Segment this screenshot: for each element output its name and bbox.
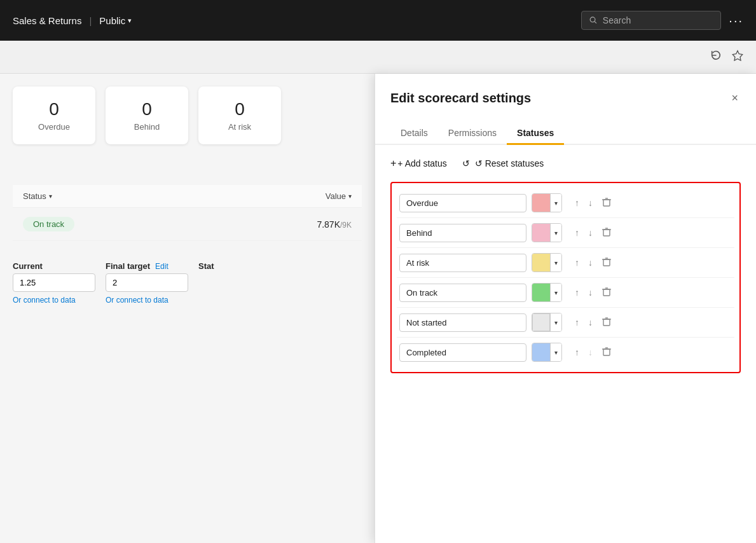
svg-rect-12	[603, 289, 610, 296]
topbar-title: Sales & Returns	[13, 15, 81, 26]
row-actions-behind: ↑ ↓	[572, 226, 614, 240]
status-name-not-started[interactable]	[399, 313, 526, 332]
tab-statuses[interactable]: Statuses	[507, 123, 564, 145]
move-down-button-on-track[interactable]: ↓	[586, 286, 595, 299]
status-col-label: Stat	[198, 261, 214, 271]
svg-rect-15	[603, 319, 610, 326]
plus-icon: +	[390, 158, 396, 169]
col-value-header[interactable]: Value ▾	[326, 191, 352, 201]
chevron-down-icon: ▾	[49, 193, 52, 200]
status-name-on-track[interactable]	[399, 284, 526, 302]
tab-details[interactable]: Details	[390, 123, 438, 145]
move-up-button-not-started[interactable]: ↑	[572, 316, 582, 329]
trash-icon	[601, 317, 612, 327]
color-swatch-completed	[532, 343, 550, 361]
status-name-overdue[interactable]	[399, 194, 526, 212]
search-box[interactable]	[581, 11, 721, 30]
status-row-behind: ▾ ↑ ↓	[397, 218, 734, 248]
at-risk-label: At risk	[217, 122, 262, 132]
chevron-down-icon: ▾	[348, 193, 352, 200]
summary-card-behind: 0 Behind	[106, 86, 188, 144]
trash-icon	[601, 197, 612, 207]
favorite-button[interactable]	[732, 50, 743, 64]
reset-icon: ↺	[462, 158, 470, 168]
refresh-icon	[710, 50, 722, 61]
reset-statuses-button[interactable]: ↺ ↺ Reset statuses	[462, 158, 544, 168]
trash-icon	[601, 227, 612, 237]
row-actions-at-risk: ↑ ↓	[572, 256, 614, 270]
chevron-down-icon: ▾	[550, 313, 561, 331]
toolbar2	[0, 41, 756, 74]
summary-card-at-risk: 0 At risk	[198, 86, 281, 144]
move-up-button-behind[interactable]: ↑	[572, 226, 582, 239]
status-name-behind[interactable]	[399, 224, 526, 242]
color-picker-on-track[interactable]: ▾	[532, 283, 562, 302]
row-actions-overdue: ↑ ↓	[572, 196, 614, 210]
final-target-input[interactable]	[106, 273, 188, 292]
overdue-count: 0	[32, 99, 76, 120]
status-name-at-risk[interactable]	[399, 254, 526, 272]
topbar-divider: |	[89, 15, 92, 26]
move-up-button-on-track[interactable]: ↑	[572, 286, 582, 299]
color-picker-at-risk[interactable]: ▾	[532, 253, 562, 272]
chevron-down-icon: ▾	[550, 224, 561, 242]
summary-card-overdue: 0 Overdue	[13, 86, 95, 144]
move-down-button-not-started[interactable]: ↓	[586, 316, 595, 329]
chevron-down-icon: ▾	[550, 343, 561, 361]
status-name-completed[interactable]	[399, 343, 526, 362]
chevron-down-icon: ▾	[128, 17, 132, 25]
color-picker-not-started[interactable]: ▾	[532, 313, 562, 332]
color-picker-behind[interactable]: ▾	[532, 223, 562, 242]
modal-header: Edit scorecard settings ×	[375, 74, 756, 107]
delete-button-behind[interactable]	[599, 226, 614, 240]
main-area: 0 Overdue 0 Behind 0 At risk Status ▾ Va…	[0, 74, 756, 543]
svg-line-1	[595, 22, 597, 24]
svg-rect-9	[603, 259, 610, 266]
row-actions-not-started: ↑ ↓	[572, 315, 614, 330]
delete-button-not-started[interactable]	[599, 315, 614, 330]
current-input[interactable]	[13, 273, 95, 292]
close-button[interactable]: ×	[729, 89, 741, 107]
edit-scorecard-modal: Edit scorecard settings × Details Permis…	[375, 74, 756, 543]
modal-tabs: Details Permissions Statuses	[375, 113, 756, 145]
color-picker-overdue[interactable]: ▾	[532, 193, 562, 212]
trash-icon	[601, 347, 612, 357]
move-down-button-completed[interactable]: ↓	[586, 346, 595, 359]
status-col-field: Stat	[198, 261, 214, 305]
current-field: Current Or connect to data	[13, 261, 95, 305]
chevron-down-icon: ▾	[550, 194, 561, 212]
delete-button-on-track[interactable]	[599, 285, 614, 300]
topbar-visibility[interactable]: Public ▾	[99, 15, 132, 26]
current-label: Current	[13, 261, 95, 271]
add-status-button[interactable]: + + Add status	[390, 158, 447, 169]
connect-to-data-current[interactable]: Or connect to data	[13, 296, 95, 305]
col-status-header[interactable]: Status ▾	[23, 191, 52, 201]
edit-link[interactable]: Edit	[155, 262, 168, 271]
tab-permissions[interactable]: Permissions	[438, 123, 507, 145]
status-row-at-risk: ▾ ↑ ↓	[397, 248, 734, 278]
star-icon	[732, 50, 743, 61]
connect-to-data-target[interactable]: Or connect to data	[106, 296, 188, 305]
move-down-button-overdue[interactable]: ↓	[586, 196, 595, 209]
color-swatch-overdue	[532, 194, 550, 212]
delete-button-completed[interactable]	[599, 345, 614, 360]
move-down-button-behind[interactable]: ↓	[586, 226, 595, 239]
chevron-down-icon: ▾	[550, 284, 561, 301]
refresh-button[interactable]	[710, 50, 722, 64]
final-target-label: Final target	[106, 261, 150, 271]
status-rows-container: ▾ ↑ ↓	[390, 182, 741, 373]
row-value: 7.87K/9K	[317, 219, 352, 230]
delete-button-overdue[interactable]	[599, 196, 614, 210]
more-button[interactable]: ···	[729, 13, 743, 28]
color-swatch-at-risk	[532, 254, 550, 272]
move-up-button-completed[interactable]: ↑	[572, 346, 582, 359]
delete-button-at-risk[interactable]	[599, 256, 614, 270]
move-down-button-at-risk[interactable]: ↓	[586, 256, 595, 269]
move-up-button-overdue[interactable]: ↑	[572, 196, 582, 209]
chevron-down-icon: ▾	[550, 254, 561, 272]
search-icon	[589, 16, 598, 25]
search-input[interactable]	[603, 15, 713, 25]
move-up-button-at-risk[interactable]: ↑	[572, 256, 582, 269]
summary-cards: 0 Overdue 0 Behind 0 At risk	[13, 86, 362, 144]
color-picker-completed[interactable]: ▾	[532, 343, 562, 362]
